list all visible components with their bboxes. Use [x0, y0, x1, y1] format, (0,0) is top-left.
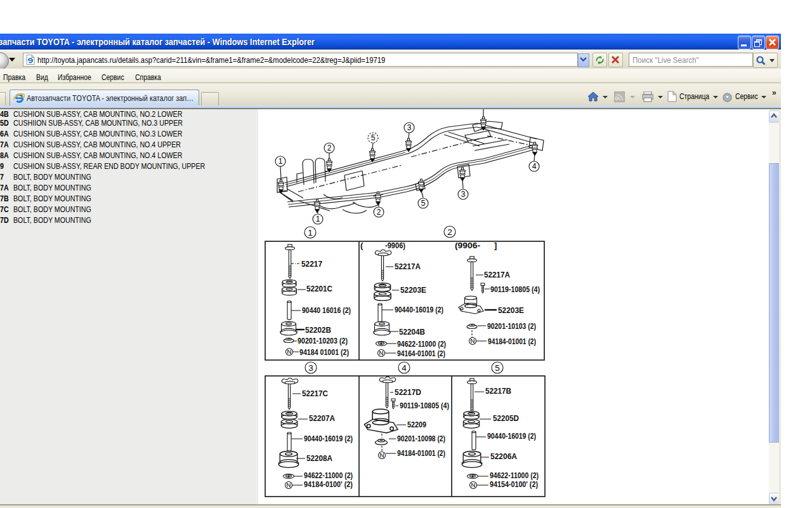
- svg-text:90440 16016 (2): 90440 16016 (2): [302, 305, 351, 315]
- svg-text:1: 1: [278, 157, 283, 166]
- svg-text:90201-10098 (2): 90201-10098 (2): [397, 434, 445, 443]
- svg-text:90119-10805 (4): 90119-10805 (4): [490, 284, 540, 294]
- svg-text:3: 3: [461, 190, 466, 199]
- svg-text:5: 5: [421, 199, 426, 208]
- svg-text:-9906): -9906): [385, 241, 405, 250]
- svg-text:1: 1: [308, 228, 313, 237]
- svg-text:94622-11000 (2): 94622-11000 (2): [397, 339, 446, 349]
- svg-text:94184 01001 (2): 94184 01001 (2): [299, 347, 349, 357]
- svg-text:90201-10103 (2): 90201-10103 (2): [487, 321, 536, 331]
- svg-text:90201-10203 (2): 90201-10203 (2): [298, 336, 348, 345]
- svg-text:3: 3: [308, 363, 313, 373]
- svg-text:94184-01001 (2): 94184-01001 (2): [397, 448, 445, 458]
- svg-text:(9906-: (9906-: [455, 241, 480, 250]
- svg-text:90440-16019 (2): 90440-16019 (2): [487, 431, 536, 441]
- svg-text:52217B: 52217B: [485, 386, 511, 396]
- svg-text:1: 1: [316, 215, 320, 224]
- svg-text:52208A: 52208A: [306, 453, 333, 463]
- svg-text:52203E: 52203E: [400, 285, 426, 295]
- svg-text:52206A: 52206A: [490, 451, 518, 461]
- svg-text:94184-0100' (2): 94184-0100' (2): [304, 479, 353, 489]
- svg-text:5: 5: [495, 363, 500, 373]
- svg-text:2: 2: [377, 208, 381, 217]
- svg-text:2: 2: [447, 227, 452, 237]
- svg-text:52217: 52217: [301, 259, 322, 269]
- svg-text:94622-11000 (2): 94622-11000 (2): [490, 471, 539, 480]
- svg-text:90119-10805 (4): 90119-10805 (4): [400, 401, 449, 410]
- svg-text:52217A: 52217A: [484, 270, 511, 279]
- svg-text:52201C: 52201C: [306, 284, 333, 293]
- svg-text:(: (: [360, 241, 363, 250]
- svg-text:52203E: 52203E: [498, 305, 524, 315]
- svg-text:94184-01001 (2): 94184-01001 (2): [488, 337, 536, 346]
- svg-text:90440-16019 (2): 90440-16019 (2): [395, 305, 443, 314]
- svg-text:90440-16019 (2): 90440-16019 (2): [304, 434, 353, 443]
- svg-text:2: 2: [327, 144, 332, 152]
- svg-text:52207A: 52207A: [309, 413, 336, 423]
- svg-text:52217A: 52217A: [395, 262, 421, 271]
- svg-text:94164-01001 (2): 94164-01001 (2): [397, 349, 445, 358]
- svg-text:]: ]: [494, 241, 497, 250]
- svg-text:52205D: 52205D: [493, 413, 519, 423]
- svg-text:52217C: 52217C: [302, 389, 329, 398]
- svg-text:4: 4: [402, 363, 407, 373]
- svg-text:4: 4: [532, 162, 537, 171]
- svg-text:52204B: 52204B: [399, 327, 425, 337]
- svg-text:3: 3: [407, 123, 412, 132]
- svg-text:52209: 52209: [407, 420, 426, 429]
- svg-text:52202B: 52202B: [305, 325, 331, 335]
- svg-text:52217D: 52217D: [395, 387, 421, 397]
- svg-text:94622-11000 (2): 94622-11000 (2): [304, 471, 353, 480]
- svg-text:94154-0100' (2): 94154-0100' (2): [490, 479, 538, 489]
- svg-text:5: 5: [371, 133, 376, 142]
